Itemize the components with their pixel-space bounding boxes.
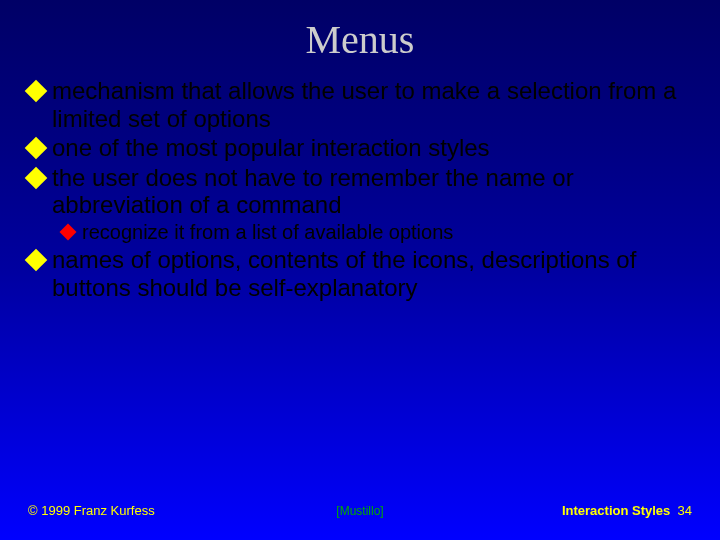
bullet-text: names of options, contents of the icons,… [52,246,692,301]
slide-footer: © 1999 Franz Kurfess [Mustillo] Interact… [28,503,692,518]
diamond-bullet-icon [25,166,48,189]
diamond-bullet-icon [60,223,77,240]
bullet-item: names of options, contents of the icons,… [28,246,692,301]
bullet-text: mechanism that allows the user to make a… [52,77,692,132]
diamond-bullet-icon [25,137,48,160]
bullet-text: one of the most popular interaction styl… [52,134,692,162]
sub-bullet-item: recognize it from a list of available op… [62,221,692,244]
bullet-text: the user does not have to remember the n… [52,164,692,219]
page-label: Interaction Styles 34 [562,503,692,518]
slide-title: Menus [28,16,692,63]
section-name: Interaction Styles [562,503,670,518]
bullet-item: mechanism that allows the user to make a… [28,77,692,132]
page-number: 34 [678,503,692,518]
diamond-bullet-icon [25,80,48,103]
diamond-bullet-icon [25,249,48,272]
bullet-text: recognize it from a list of available op… [82,221,692,244]
bullet-item: the user does not have to remember the n… [28,164,692,219]
copyright-text: © 1999 Franz Kurfess [28,503,155,518]
slide-content: mechanism that allows the user to make a… [28,77,692,301]
slide: Menus mechanism that allows the user to … [0,0,720,540]
citation-text: [Mustillo] [336,504,383,518]
bullet-item: one of the most popular interaction styl… [28,134,692,162]
